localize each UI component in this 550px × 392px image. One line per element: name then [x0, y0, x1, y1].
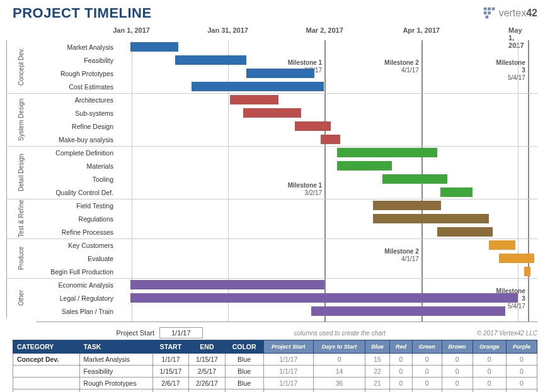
table-cell[interactable]: 0	[506, 366, 537, 378]
group-label: System Design	[6, 93, 34, 146]
task-label: Feasibility	[37, 57, 117, 64]
gantt-bar	[337, 148, 437, 157]
gantt-bar	[437, 227, 492, 237]
table-cell[interactable]: 2/26/17	[189, 378, 225, 389]
table-cell[interactable]: 0	[442, 378, 473, 389]
table-cell[interactable]: 0	[389, 378, 412, 389]
table-cell[interactable]: 1/1/17	[263, 366, 314, 378]
table-cell[interactable]: 0	[412, 378, 442, 389]
task-row: Refine Design	[37, 120, 537, 133]
table-cell[interactable]: 22	[365, 366, 390, 378]
task-label: Field Testing	[37, 202, 117, 210]
table-cell[interactable]: 0	[506, 378, 537, 389]
table-cell[interactable]: Blue	[225, 366, 263, 378]
table-cell[interactable]: 0	[506, 389, 537, 393]
table-cell[interactable]: 14	[314, 366, 365, 378]
table-header: Blue	[365, 340, 390, 354]
gantt-bar	[295, 121, 331, 131]
table-cell[interactable]: 0	[389, 354, 412, 366]
svg-rect-3	[483, 11, 486, 14]
task-row: Architectures	[37, 93, 537, 106]
table-cell[interactable]: 0	[314, 354, 365, 366]
table-header: Orange	[473, 340, 506, 354]
gantt-bar	[246, 69, 314, 78]
gantt-bar	[243, 108, 301, 118]
date-axis: Jan 1, 2017Jan 31, 2017Mar 2, 2017Apr 1,…	[118, 26, 537, 40]
gantt-chart: Jan 1, 2017Jan 31, 2017Mar 2, 2017Apr 1,…	[37, 26, 537, 322]
table-header: START	[152, 340, 188, 354]
table-cell[interactable]: 1/20/17	[152, 389, 188, 393]
task-label: Make-buy analysis	[37, 136, 117, 143]
table-cell[interactable]: 0	[442, 389, 473, 393]
task-label: Begin Full Production	[37, 268, 117, 276]
table-cell[interactable]: 15	[365, 354, 390, 366]
task-row: Market Analysis	[37, 40, 537, 53]
task-label: Economic Analysis	[37, 281, 117, 289]
task-label: Materials	[37, 162, 117, 170]
table-cell[interactable]	[13, 389, 80, 393]
table-cell[interactable]: Blue	[225, 378, 263, 389]
table-cell[interactable]: 1/1/17	[263, 378, 314, 389]
table-cell[interactable]	[13, 366, 80, 378]
page-title: PROJECT TIMELINE	[13, 5, 152, 21]
task-row: Legal / Regulatory	[37, 291, 537, 305]
table-header: CATEGORY	[13, 340, 80, 354]
table-row: Concept Dev.Market Analysis1/1/171/15/17…	[13, 354, 537, 366]
table-cell[interactable]: Cost Estimates	[79, 389, 152, 393]
table-cell[interactable]: 2/6/17	[152, 378, 188, 389]
table-cell[interactable]: 21	[365, 378, 390, 389]
table-cell[interactable]: 1/1/17	[263, 389, 314, 393]
copyright: © 2017 Vertex42 LLC	[477, 330, 537, 337]
gantt-bar	[337, 161, 392, 171]
table-cell[interactable]: 1/15/17	[189, 354, 225, 366]
project-start-value[interactable]: 1/1/17	[159, 327, 203, 339]
task-label: Key Customers	[37, 242, 117, 249]
table-cell[interactable]: Concept Dev.	[13, 354, 80, 366]
table-cell[interactable]	[13, 378, 80, 389]
table-cell[interactable]: 0	[442, 366, 473, 378]
table-cell[interactable]: Blue	[225, 354, 263, 366]
task-row: Rough Prototypes	[37, 67, 537, 80]
task-row: Refine Processes	[37, 225, 537, 238]
table-cell[interactable]: Feasibility	[79, 366, 152, 378]
table-cell[interactable]: 0	[473, 354, 506, 366]
task-label: Legal / Regulatory	[37, 294, 117, 302]
table-cell[interactable]: 0	[412, 354, 442, 366]
table-cell[interactable]: 0	[473, 389, 506, 393]
gantt-bar	[440, 188, 473, 197]
table-cell[interactable]: 36	[314, 378, 365, 389]
gantt-bar	[321, 135, 340, 144]
group-label: Other	[6, 278, 34, 318]
table-cell[interactable]: 1/15/17	[152, 366, 188, 378]
gantt-bar	[192, 82, 324, 91]
gantt-bar	[373, 214, 490, 223]
table-cell[interactable]: 3/1/17	[189, 389, 225, 393]
gantt-bar	[130, 293, 518, 303]
svg-rect-5	[485, 16, 488, 19]
table-header: TASK	[79, 340, 152, 354]
table-cell[interactable]: 0	[412, 366, 442, 378]
table-cell[interactable]: Rough Prototypes	[79, 378, 152, 389]
table-header: Brown	[442, 340, 473, 354]
table-cell[interactable]: 0	[473, 378, 506, 389]
table-cell[interactable]: 0	[442, 354, 473, 366]
table-cell[interactable]: 0	[412, 389, 442, 393]
task-row: Cost Estimates	[37, 80, 537, 93]
table-cell[interactable]: 19	[314, 389, 365, 393]
table-cell[interactable]: Blue	[225, 389, 263, 393]
gantt-bar	[489, 240, 515, 250]
gantt-bar	[230, 95, 278, 104]
table-cell[interactable]: 0	[473, 366, 506, 378]
table-cell[interactable]: Market Analysis	[79, 354, 152, 366]
task-label: Architectures	[37, 96, 117, 104]
table-cell[interactable]: 1/1/17	[152, 354, 188, 366]
table-cell[interactable]: 2/5/17	[189, 366, 225, 378]
table-cell[interactable]: 0	[389, 366, 412, 378]
table-cell[interactable]: 1/1/17	[263, 354, 314, 366]
table-cell[interactable]: 41	[365, 389, 390, 393]
group-label: Test & Refine	[6, 199, 34, 238]
table-cell[interactable]: 0	[389, 389, 412, 393]
task-label: Sales Plan / Train	[37, 308, 117, 315]
table-cell[interactable]: 0	[506, 354, 537, 366]
task-label: Evaluate	[37, 255, 117, 262]
